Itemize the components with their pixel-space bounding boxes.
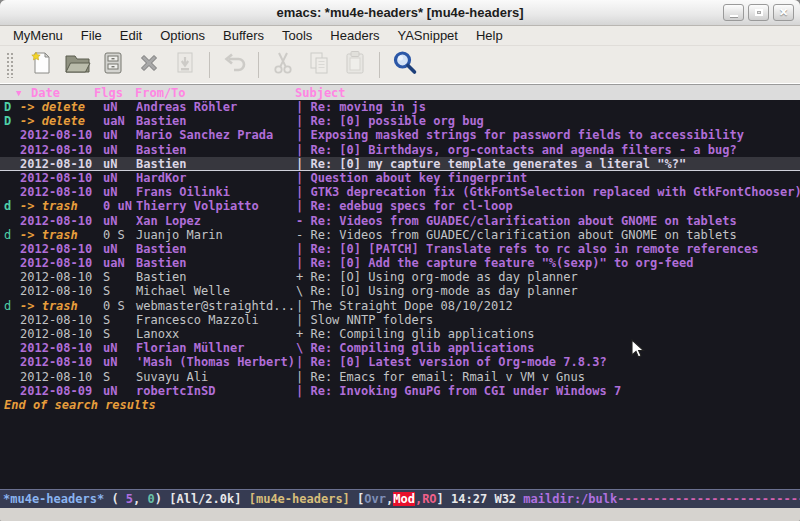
modeline-position-close: ) [155, 492, 169, 506]
title-bar[interactable]: emacs: *mu4e-headers* [mu4e-headers] ✕ [0, 0, 800, 26]
message-row[interactable]: D-> deleteuaNBastien| Re: [0] possible o… [0, 114, 800, 128]
sort-descending-icon[interactable]: ▼ [16, 88, 21, 98]
menu-yasnippet[interactable]: YASnippet [388, 28, 466, 43]
mouse-cursor [631, 339, 645, 359]
row-subject: | Re: [0] Latest version of Org-mode 7.8… [296, 355, 607, 369]
row-from: robertcInSD [136, 384, 296, 398]
row-mark: d [4, 199, 20, 213]
new-file-icon [29, 50, 53, 80]
maximize-button[interactable] [748, 4, 769, 21]
row-date: 2012-08-10 [20, 370, 103, 384]
new-file-button[interactable] [23, 49, 59, 81]
menu-mymenu[interactable]: MyMenu [4, 28, 72, 43]
row-mark: d [4, 299, 20, 313]
message-row[interactable]: d-> trash0 Swebmaster@straightd...| The … [0, 299, 800, 313]
row-flags: 0 S [103, 299, 136, 313]
column-header-date[interactable]: Date [31, 86, 60, 100]
message-row[interactable]: 2012-08-10SMichael Welle\ Re: [O] Using … [0, 284, 800, 298]
row-date: 2012-08-10 [20, 171, 103, 185]
row-subject: | Exposing masked strings for password f… [296, 128, 744, 142]
save-buffer-button[interactable] [95, 49, 131, 81]
toolbar-separator [379, 52, 380, 78]
menu-help[interactable]: Help [467, 28, 512, 43]
row-from: Florian Müllner [136, 341, 296, 355]
row-subject: | Re: moving in js [296, 100, 426, 114]
column-header-subject[interactable]: Subject [295, 86, 346, 100]
row-date: 2012-08-10 [20, 214, 103, 228]
message-row[interactable]: 2012-08-10SFrancesco Mazzoli| Slow NNTP … [0, 313, 800, 327]
row-subject: - Re: Videos from GUADEC/clarification a… [296, 228, 737, 242]
message-row[interactable]: 2012-08-10uNFrans Oilinki| GTK3 deprecat… [0, 185, 800, 199]
message-row-current[interactable]: 2012-08-10uNBastien| Re: [0] my capture … [0, 157, 800, 171]
minimize-icon [730, 15, 738, 17]
row-subject: | The Straight Dope 08/10/2012 [296, 299, 513, 313]
message-row[interactable]: 2012-08-10uNXan Lopez- Re: Videos from G… [0, 214, 800, 228]
message-row[interactable]: 2012-08-10uNBastien| Re: [0] [PATCH] Tra… [0, 242, 800, 256]
headers-buffer[interactable]: D-> deleteuNAndreas Röhler| Re: moving i… [0, 100, 800, 489]
row-from: Juanjo Marin [136, 228, 296, 242]
row-date: 2012-08-10 [20, 341, 103, 355]
row-from: webmaster@straightd... [136, 299, 296, 313]
minimize-button[interactable] [723, 4, 744, 21]
message-row[interactable]: d-> trash0 uNThierry Volpiatto| Re: edeb… [0, 199, 800, 213]
column-header-flags[interactable]: Flgs [94, 86, 123, 100]
message-row[interactable]: 2012-08-10uNMario Sanchez Prada| Exposin… [0, 128, 800, 142]
row-flags: 0 uN [103, 199, 136, 213]
menu-headers[interactable]: Headers [321, 28, 388, 43]
row-from: Bastien [136, 143, 296, 157]
row-flags: uN [103, 242, 136, 256]
row-flags: uN [103, 185, 136, 199]
search-button[interactable] [386, 49, 422, 81]
row-date: 2012-08-10 [20, 128, 103, 142]
echo-area[interactable] [0, 508, 800, 521]
row-flags: uaN [103, 256, 136, 270]
menu-tools[interactable]: Tools [273, 28, 321, 43]
row-mark: D [4, 114, 20, 128]
row-date: 2012-08-10 [20, 242, 103, 256]
row-flags: uN [103, 341, 136, 355]
row-date: 2012-08-10 [20, 327, 103, 341]
message-row[interactable]: 2012-08-10SBastien+ Re: [O] Using org-mo… [0, 270, 800, 284]
open-file-icon [64, 51, 91, 79]
open-file-button[interactable] [59, 49, 95, 81]
message-row[interactable]: d-> trash0 SJuanjo Marin- Re: Videos fro… [0, 228, 800, 242]
mode-line: *mu4e-headers* ( 5, 0) [All/2.0k] [mu4e-… [0, 489, 800, 508]
close-button[interactable]: ✕ [773, 4, 794, 21]
message-row[interactable]: 2012-08-10uaNBastien| Re: [0] Add the ca… [0, 256, 800, 270]
message-row[interactable]: 2012-08-09uNrobertcInSD| Re: Invoking Gn… [0, 384, 800, 398]
message-row[interactable]: 2012-08-10SSuvayu Ali| Re: Emacs for ema… [0, 370, 800, 384]
row-from: Frans Oilinki [136, 185, 296, 199]
row-action: -> trash [20, 199, 103, 213]
toolbar-grip-handle[interactable] [6, 52, 15, 78]
row-subject: | Re: [0] Birthdays, org-contacts and ag… [296, 143, 737, 157]
row-from: Bastien [136, 114, 296, 128]
menu-options[interactable]: Options [151, 28, 214, 43]
message-row[interactable]: 2012-08-10uNHardKor| Question about key … [0, 171, 800, 185]
message-row[interactable]: 2012-08-10uNFlorian Müllner\ Re: Compili… [0, 341, 800, 355]
row-flags: S [103, 370, 136, 384]
undo-icon [221, 51, 248, 79]
column-header-from[interactable]: From/To [135, 86, 186, 100]
row-subject: \ Re: [O] Using org-mode as day planner [296, 284, 578, 298]
message-row[interactable]: 2012-08-10SLanoxx+ Re: Compiling glib ap… [0, 327, 800, 341]
row-subject: | Slow NNTP folders [296, 313, 433, 327]
row-subject: + Re: Compiling glib applications [296, 327, 534, 341]
row-from: Thierry Volpiatto [136, 199, 296, 213]
row-from: Francesco Mazzoli [136, 313, 296, 327]
row-date: 2012-08-10 [20, 185, 103, 199]
row-date: 2012-08-10 [20, 256, 103, 270]
close-buffer-button[interactable] [131, 49, 167, 81]
menu-file[interactable]: File [72, 28, 111, 43]
message-row[interactable]: D-> deleteuNAndreas Röhler| Re: moving i… [0, 100, 800, 114]
message-row[interactable]: 2012-08-10uNBastien| Re: [0] Birthdays, … [0, 143, 800, 157]
close-icon: ✕ [779, 7, 788, 18]
menu-edit[interactable]: Edit [111, 28, 151, 43]
row-subject: | Re: [0] [PATCH] Translate refs to rc a… [296, 242, 758, 256]
end-of-results-text: End of search results [0, 398, 800, 412]
row-subject: \ Re: Compiling glib applications [296, 341, 534, 355]
menu-buffers[interactable]: Buffers [214, 28, 273, 43]
modeline-maildir: maildir:/bulk [523, 492, 617, 506]
message-row[interactable]: 2012-08-10uN'Mash (Thomas Herbert)| Re: … [0, 355, 800, 369]
modeline-modified-flag: Mod [393, 492, 415, 506]
row-subject: | Re: Invoking GnuPG from CGI under Wind… [296, 384, 621, 398]
